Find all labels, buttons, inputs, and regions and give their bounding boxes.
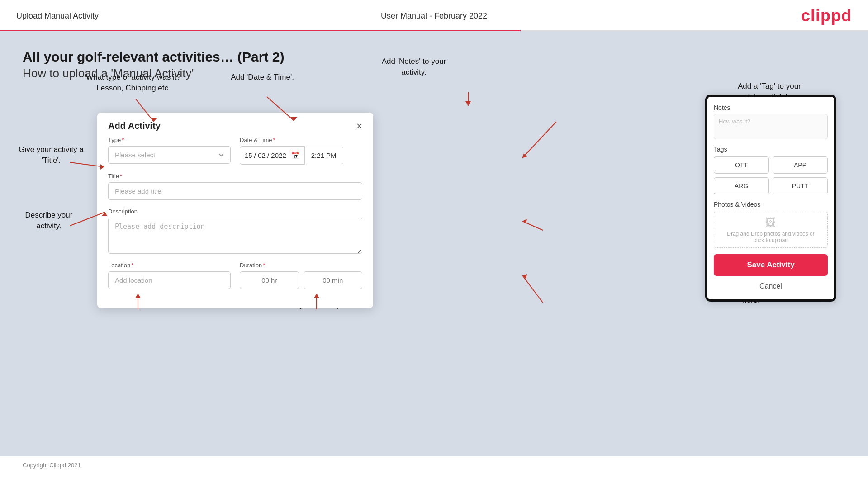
duration-group: Duration* [240, 262, 362, 289]
duration-inputs [240, 271, 362, 289]
tag-button[interactable]: OTT [714, 156, 769, 174]
duration-min-input[interactable] [304, 271, 363, 289]
photo-icon: 🖼 [765, 216, 776, 229]
main-content: All your golf-relevant activities… (Part… [0, 31, 868, 456]
cancel-button[interactable]: Cancel [714, 280, 828, 292]
dialog-title: Add Activity [108, 121, 161, 131]
notes-area[interactable]: How was it? [714, 114, 828, 139]
svg-marker-15 [522, 153, 527, 158]
title-group: Title* [108, 173, 362, 200]
photos-label: Photos & Videos [714, 201, 828, 208]
photos-box[interactable]: 🖼 Drag and Drop photos and videos or cli… [714, 212, 828, 248]
page-title: Upload Manual Activity [16, 11, 99, 21]
description-label: Description [108, 208, 362, 215]
date-input[interactable]: 15 / 02 / 2022 📅 [240, 146, 305, 165]
svg-line-14 [522, 122, 556, 158]
tags-grid: OTTAPPARGPUTT [714, 156, 828, 194]
duration-label: Duration* [240, 262, 362, 269]
calendar-icon[interactable]: 📅 [291, 151, 300, 160]
logo: clippd [801, 6, 852, 25]
location-label: Location* [108, 262, 231, 269]
photos-hint: Drag and Drop photos and videos or click… [727, 231, 814, 243]
description-textarea[interactable] [108, 218, 362, 254]
tag-button[interactable]: PUTT [773, 177, 828, 194]
svg-line-16 [522, 221, 543, 230]
datetime-label: Date & Time* [240, 137, 362, 143]
type-datetime-row: Type* Please select Date & Time* 15 / 02… [108, 137, 362, 165]
datetime-inputs: 15 / 02 / 2022 📅 2:21 PM [240, 146, 362, 165]
type-label: Type* [108, 137, 231, 143]
dialog-body: Type* Please select Date & Time* 15 / 02… [97, 137, 373, 308]
phone-inner: Notes How was it? Tags OTTAPPARGPUTT Pho… [707, 97, 834, 299]
location-group: Location* [108, 262, 231, 289]
type-select[interactable]: Please select [108, 146, 231, 164]
description-group: Description [108, 208, 362, 254]
top-bar: Upload Manual Activity User Manual - Feb… [0, 0, 868, 30]
tag-button[interactable]: ARG [714, 177, 769, 194]
manual-title: User Manual - February 2022 [381, 11, 487, 21]
copyright: Copyright Clippd 2021 [0, 456, 868, 474]
phone-panel: Notes How was it? Tags OTTAPPARGPUTT Pho… [705, 95, 836, 302]
annotation-title: Give your activity a 'Title'. [13, 144, 90, 166]
dialog-header: Add Activity × [97, 113, 373, 137]
svg-line-18 [522, 275, 543, 303]
svg-marker-17 [522, 219, 527, 223]
tag-button[interactable]: APP [773, 156, 828, 174]
close-button[interactable]: × [356, 121, 362, 131]
title-input[interactable] [108, 182, 362, 200]
add-activity-dialog: Add Activity × Type* Please select Date … [97, 113, 373, 308]
svg-marker-19 [522, 274, 527, 279]
datetime-group: Date & Time* 15 / 02 / 2022 📅 2:21 PM [240, 137, 362, 165]
time-input[interactable]: 2:21 PM [305, 147, 343, 164]
notes-section-label: Notes [714, 104, 828, 111]
tags-label: Tags [714, 146, 828, 153]
location-duration-row: Location* Duration* [108, 262, 362, 289]
title-label: Title* [108, 173, 362, 180]
location-input[interactable] [108, 271, 231, 289]
duration-hr-input[interactable] [240, 271, 299, 289]
save-activity-button[interactable]: Save Activity [714, 254, 828, 276]
annotation-description: Describe your activity. [13, 210, 85, 232]
main-heading: All your golf-relevant activities… (Part… [23, 49, 845, 81]
type-group: Type* Please select [108, 137, 231, 165]
svg-marker-13 [465, 101, 471, 106]
